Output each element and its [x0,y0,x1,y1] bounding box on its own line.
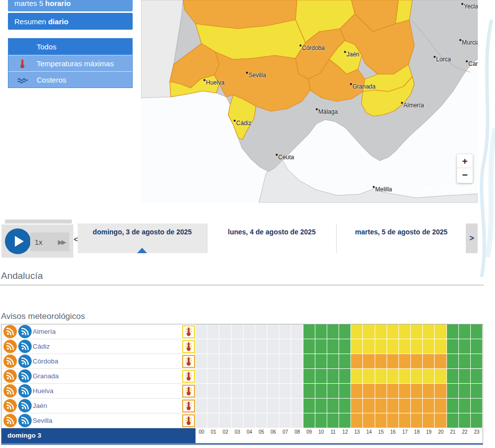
aemet-watermark-text: aemet [436,181,476,196]
province-name[interactable]: Granada [33,372,59,380]
city-dot [373,186,375,188]
tab-domingo-3-de-agosto-de-2025[interactable]: domingo, 3 de agosto de 2025 [78,224,207,253]
city-label: Lorca [436,56,451,63]
hour-tick-label: 16 [387,428,399,435]
hour-cell-yellow [375,339,387,354]
hour-cell-green [471,384,483,399]
rss-feed-orange-icon[interactable] [3,399,17,412]
hour-cell-none [207,399,219,413]
hour-cell-green [447,339,459,354]
filter-todos[interactable]: Todos [8,39,132,55]
rss-feed-orange-icon[interactable] [3,355,17,368]
province-name[interactable]: Cádiz [33,343,50,350]
warnings-section-heading: Avisos meteorológicos [1,312,85,321]
hour-cell-none [232,384,244,399]
hour-cell-none [244,369,255,384]
zoom-in-button[interactable]: + [457,154,473,168]
province-name[interactable]: Jaén [33,402,47,409]
hour-cell-orange [363,384,375,399]
hour-cell-orange [351,354,363,369]
hour-cell-yellow [387,324,399,339]
filter-label: Costeros [37,76,66,84]
rss-feed-blue-icon[interactable] [18,355,32,368]
city-dot [434,56,436,58]
hour-cell-orange [387,413,399,428]
active-day-marker-icon [137,248,147,253]
hour-tick-label: 22 [459,428,471,435]
province-name[interactable]: Sevilla [33,417,52,424]
sidebar-item-martes-horario[interactable]: martes 5 horario [8,0,133,11]
rss-feed-orange-icon[interactable] [3,325,17,338]
rss-feed-blue-icon[interactable] [18,369,32,383]
playback-speed[interactable]: 1x [35,238,43,246]
tab-martes-5-de-agosto-de-2025[interactable]: martes, 5 de agosto de 2025 [336,224,466,253]
rss-feed-orange-icon[interactable] [3,340,17,353]
hour-cell-none [244,399,255,413]
filter-costeros[interactable]: Costeros [8,71,132,88]
province-name[interactable]: Córdoba [33,358,58,365]
rss-feed-blue-icon[interactable] [18,340,32,353]
hour-cell-none [267,413,279,428]
heat-warning-icon [182,355,195,368]
hour-cell-none [291,324,303,339]
hour-cell-green [459,339,471,354]
city-label: Málaga [318,108,338,115]
rss-feed-blue-icon[interactable] [18,384,32,398]
rss-feed-blue-icon[interactable] [18,399,32,412]
hour-cell-none [196,324,207,339]
hour-cell-orange [435,354,446,369]
filter-label: Temperaturas máximas [37,59,114,68]
hour-tick-label: 08 [291,428,303,435]
hour-cell-none [207,413,219,428]
play-icon [15,236,24,247]
province-label-area: Sevilla [1,413,196,428]
hour-cell-green [303,399,315,413]
hour-cell-yellow [399,324,411,339]
hour-cell-yellow [411,324,423,339]
hour-cell-green [339,369,351,384]
city-dot [466,60,468,62]
hour-cell-orange [399,413,411,428]
hourly-warning-strip [196,354,483,369]
rss-feed-blue-icon[interactable] [18,325,32,338]
hour-cell-none [279,369,291,384]
hour-cell-yellow [387,339,399,354]
hour-cell-orange [399,354,411,369]
play-button[interactable] [5,228,31,254]
previous-day-arrow[interactable]: < [74,235,78,243]
rss-feed-orange-icon[interactable] [3,414,17,427]
hour-cell-yellow [435,339,446,354]
hour-cell-orange [435,399,446,413]
sidebar-item-label-bold: horario [45,0,71,7]
hour-tick-label: 21 [447,428,459,435]
hour-cell-orange [411,354,423,369]
province-name[interactable]: Huelva [33,387,53,395]
city-label: Almería [403,102,424,109]
page-background-decoration [477,0,495,316]
rss-feed-orange-icon[interactable] [3,369,17,383]
hour-cell-yellow [351,324,363,339]
next-day-arrow[interactable]: > [466,224,478,253]
province-label-area: Huelva [1,384,196,399]
hour-cell-orange [411,413,423,428]
hour-cell-none [279,413,291,428]
hour-axis: 0001020304050607080910111213141516171819… [196,428,483,435]
hour-tick-label: 17 [399,428,411,435]
sidebar-item-resumen-diario[interactable]: Resumen diario [8,13,133,30]
province-name[interactable]: Almería [33,328,56,335]
warning-row-granada: Granada [1,369,483,384]
filter-temperaturas-maximas[interactable]: Temperaturas máximas [8,55,132,71]
rss-feed-blue-icon[interactable] [18,414,32,427]
hour-cell-green [447,324,459,339]
hour-cell-none [244,339,255,354]
hour-cell-green [303,384,315,399]
hour-cell-yellow [423,339,435,354]
zoom-out-button[interactable]: − [457,168,473,182]
tab-lunes-4-de-agosto-de-2025[interactable]: lunes, 4 de agosto de 2025 [207,224,337,253]
rss-feed-orange-icon[interactable] [3,384,17,398]
fast-forward-icon[interactable]: ▶▶ [58,238,65,246]
warnings-map[interactable]: YeclaMurciaCartagenaLorcaCórdobaJaénGran… [141,0,478,203]
hour-cell-none [291,413,303,428]
hour-cell-none [219,399,231,413]
hour-tick-label: 11 [327,428,339,435]
